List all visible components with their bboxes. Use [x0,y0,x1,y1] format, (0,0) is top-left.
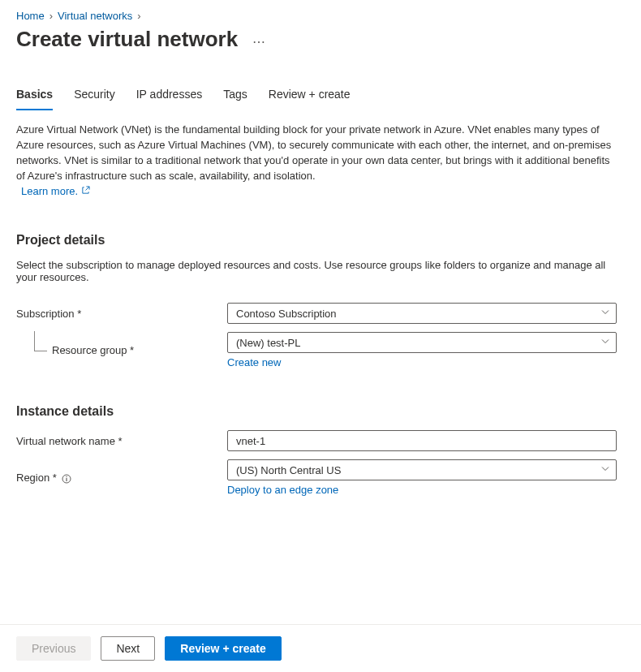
vnet-name-label: Virtual network name * [16,435,227,447]
tab-review-create[interactable]: Review + create [269,83,351,110]
breadcrumb-home[interactable]: Home [16,10,45,22]
page-title: Create virtual network [16,27,238,52]
tab-security[interactable]: Security [74,83,115,110]
tab-basics[interactable]: Basics [16,83,53,110]
project-details-heading: Project details [16,233,625,248]
subscription-select[interactable]: Contoso Subscription [227,303,617,324]
svg-rect-2 [66,478,67,481]
info-icon[interactable] [62,474,71,484]
chevron-right-icon: › [49,10,53,22]
tabs: Basics Security IP addresses Tags Review… [16,83,625,111]
deploy-edge-zone-link[interactable]: Deploy to an edge zone [227,484,338,496]
next-button[interactable]: Next [101,636,155,661]
vnet-name-value: vnet-1 [236,435,265,447]
breadcrumb-virtual-networks[interactable]: Virtual networks [58,10,132,22]
resource-group-value: (New) test-PL [236,337,300,349]
project-details-desc: Select the subscription to manage deploy… [16,259,617,283]
region-value: (US) North Central US [236,464,341,476]
learn-more-label: Learn more. [21,185,78,197]
region-select[interactable]: (US) North Central US [227,459,617,480]
footer: Previous Next Review + create [0,624,641,672]
more-menu-icon[interactable]: ⋯ [252,35,267,49]
review-create-button[interactable]: Review + create [165,636,281,661]
tab-tags[interactable]: Tags [223,83,247,110]
intro-text: Azure Virtual Network (VNet) is the fund… [16,123,617,183]
external-link-icon [81,185,90,197]
subscription-label: Subscription * [16,308,227,320]
chevron-right-icon: › [137,10,140,22]
region-label-text: Region * [16,472,57,484]
create-new-link[interactable]: Create new [227,356,281,368]
learn-more-link[interactable]: Learn more. [21,185,90,197]
instance-details-heading: Instance details [16,404,625,419]
resource-group-select[interactable]: (New) test-PL [227,332,617,353]
svg-point-1 [66,476,67,477]
tab-ip-addresses[interactable]: IP addresses [136,83,202,110]
vnet-name-input[interactable]: vnet-1 [227,430,617,451]
resource-group-label: Resource group * [16,344,227,356]
breadcrumb: Home › Virtual networks › [16,10,625,22]
subscription-value: Contoso Subscription [236,308,337,320]
previous-button: Previous [16,636,91,661]
region-label: Region * [16,472,227,484]
